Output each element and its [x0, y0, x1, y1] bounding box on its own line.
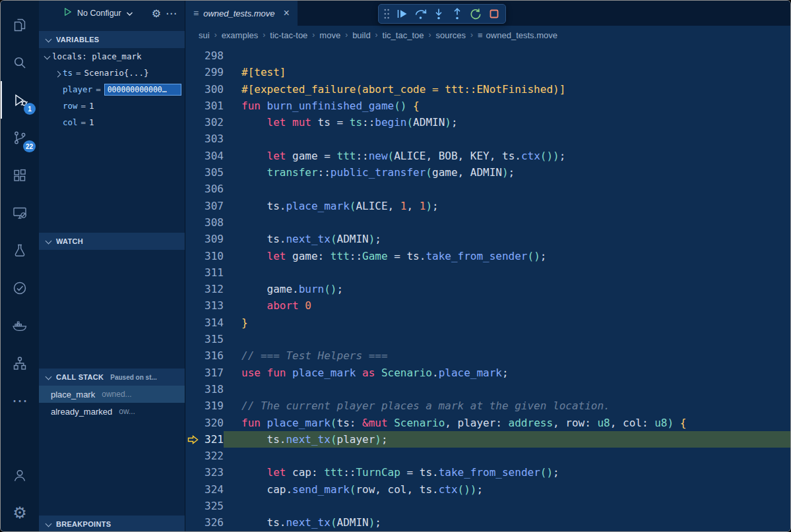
line-number-gutter[interactable]: 302	[185, 114, 224, 131]
start-debug-icon[interactable]	[63, 7, 73, 20]
variables-section-header[interactable]: VARIABLES	[39, 31, 185, 48]
activity-item-source-control[interactable]: 22	[1, 119, 39, 156]
line-number-gutter[interactable]: 318	[185, 381, 224, 398]
call-stack-section-header[interactable]: CALL STACK Paused on st...	[39, 369, 185, 386]
activity-item-search[interactable]	[1, 44, 39, 81]
line-number-gutter[interactable]: 299	[185, 64, 224, 80]
variable-row[interactable]: player=000000000000…	[39, 81, 185, 98]
step-over-button[interactable]	[412, 6, 428, 22]
line-number-gutter[interactable]: 312	[185, 281, 224, 297]
breadcrumb-item[interactable]: sui	[199, 30, 210, 40]
code-line-text[interactable]: ts.next_tx(ADMIN);	[224, 231, 790, 247]
code-line-text[interactable]	[224, 181, 790, 197]
step-out-button[interactable]	[449, 6, 465, 22]
line-number-gutter[interactable]: 320	[185, 415, 224, 431]
line-number-gutter[interactable]: 313	[185, 297, 224, 314]
breadcrumb-item[interactable]: build	[352, 30, 370, 40]
stack-frame-row[interactable]: already_markedow...	[39, 403, 185, 420]
code-line-text[interactable]: abort 0	[224, 297, 790, 314]
code-line-text[interactable]	[224, 381, 790, 398]
line-number-gutter[interactable]: 300	[185, 81, 224, 98]
activity-item-extensions[interactable]	[1, 156, 39, 194]
line-number-gutter[interactable]: 315	[185, 331, 224, 347]
code-line-text[interactable]: let game = ttt::new(ALICE, BOB, KEY, ts.…	[224, 148, 790, 164]
code-line-text[interactable]: ts.place_mark(ALICE, 1, 1);	[224, 198, 790, 214]
code-line-text[interactable]	[224, 214, 790, 231]
line-number-gutter[interactable]: 306	[185, 181, 224, 197]
line-number-gutter[interactable]: 309	[185, 231, 224, 247]
debug-config-select[interactable]: No Configur	[77, 9, 121, 18]
activity-item-run-and-debug[interactable]: 1	[1, 81, 39, 119]
code-line-text[interactable]: let mut ts = ts::begin(ADMIN);	[224, 114, 790, 131]
activity-item-docker[interactable]	[1, 307, 39, 344]
breadcrumb-item[interactable]: move	[319, 30, 340, 40]
code-line-text[interactable]: ts.next_tx(player);	[224, 431, 790, 448]
activity-item-more[interactable]: ⋯	[1, 382, 39, 419]
line-number-gutter[interactable]: 314	[185, 314, 224, 331]
close-icon[interactable]: ×	[284, 7, 290, 19]
line-number-gutter[interactable]: 308	[185, 214, 224, 231]
line-number-gutter[interactable]: 317	[185, 365, 224, 381]
variable-row[interactable]: ts=Scenario{...}	[39, 65, 185, 81]
line-number-gutter[interactable]: 325	[185, 498, 224, 514]
continue-button[interactable]	[393, 6, 410, 22]
code-line-text[interactable]	[224, 131, 790, 147]
watch-section-header[interactable]: WATCH	[39, 233, 185, 250]
line-number-gutter[interactable]: 322	[185, 448, 224, 464]
activity-item-remote-explorer[interactable]	[1, 194, 39, 231]
activity-item-hierarchy[interactable]	[1, 344, 39, 382]
line-number-gutter[interactable]: 321	[185, 431, 224, 448]
code-line-text[interactable]	[224, 498, 790, 514]
line-number-gutter[interactable]: 307	[185, 198, 224, 214]
code-line-text[interactable]: let game: ttt::Game = ts.take_from_sende…	[224, 248, 790, 264]
line-number-gutter[interactable]: 304	[185, 148, 224, 164]
activity-item-settings[interactable]: ⚙	[1, 494, 39, 531]
line-number-gutter[interactable]: 310	[185, 248, 224, 264]
breadcrumb-item[interactable]: tic-tac-toe	[270, 30, 307, 40]
line-number-gutter[interactable]: 311	[185, 264, 224, 281]
code-line-text[interactable]: transfer::public_transfer(game, ADMIN);	[224, 164, 790, 181]
line-number-gutter[interactable]: 323	[185, 464, 224, 481]
code-line-text[interactable]: // The current player places a mark at t…	[224, 398, 790, 414]
line-number-gutter[interactable]: 305	[185, 164, 224, 181]
variables-scope-row[interactable]: locals: place_mark	[39, 48, 185, 65]
code-line-text[interactable]: ts.next_tx(ADMIN);	[224, 514, 790, 531]
line-number-gutter[interactable]: 324	[185, 481, 224, 498]
variable-row[interactable]: row=1	[39, 98, 185, 114]
code-line-text[interactable]: use fun place_mark as Scenario.place_mar…	[224, 365, 790, 381]
breadcrumb-item[interactable]: sources	[435, 30, 466, 40]
code-line-text[interactable]: #[expected_failure(abort_code = ttt::ENo…	[224, 81, 790, 98]
breakpoints-section-header[interactable]: BREAKPOINTS	[39, 516, 185, 532]
code-line-text[interactable]: }	[224, 314, 790, 331]
code-line-text[interactable]: game.burn();	[224, 281, 790, 297]
code-line-text[interactable]: cap.send_mark(row, col, ts.ctx());	[224, 481, 790, 498]
line-number-gutter[interactable]: 319	[185, 398, 224, 414]
code-line-text[interactable]	[224, 448, 790, 464]
code-line-text[interactable]: #[test]	[224, 64, 790, 80]
code-line-text[interactable]: fun burn_unfinished_game() {	[224, 98, 790, 114]
code-line-text[interactable]	[224, 47, 790, 64]
activity-item-accounts[interactable]	[1, 456, 39, 494]
activity-item-testing[interactable]	[1, 231, 39, 269]
debug-more-actions-icon[interactable]: ⋯	[166, 7, 178, 20]
code-line-text[interactable]: let cap: ttt::TurnCap = ts.take_from_sen…	[224, 464, 790, 481]
code-line-text[interactable]	[224, 264, 790, 281]
code-line-text[interactable]	[224, 331, 790, 347]
tab-owned-tests-move[interactable]: ≡ owned_tests.move ×	[185, 1, 298, 26]
line-number-gutter[interactable]: 301	[185, 98, 224, 114]
variable-value-changed[interactable]: 000000000000…	[104, 84, 181, 96]
activity-item-explorer[interactable]	[1, 6, 39, 44]
variable-row[interactable]: col=1	[39, 114, 185, 131]
line-number-gutter[interactable]: 326	[185, 514, 224, 531]
stack-frame-row[interactable]: place_markowned...	[39, 386, 185, 403]
step-into-button[interactable]	[430, 6, 447, 22]
line-number-gutter[interactable]: 303	[185, 131, 224, 147]
breadcrumb-item[interactable]: tic_tac_toe	[383, 30, 424, 40]
restart-button[interactable]	[467, 6, 484, 22]
line-number-gutter[interactable]: 316	[185, 347, 224, 364]
breadcrumb-item[interactable]: examples	[222, 30, 259, 40]
line-number-gutter[interactable]: 298	[185, 47, 224, 64]
debug-settings-gear-icon[interactable]: ⚙	[152, 7, 161, 20]
activity-item-checks[interactable]	[1, 269, 39, 307]
drag-handle-icon[interactable]	[382, 6, 391, 22]
